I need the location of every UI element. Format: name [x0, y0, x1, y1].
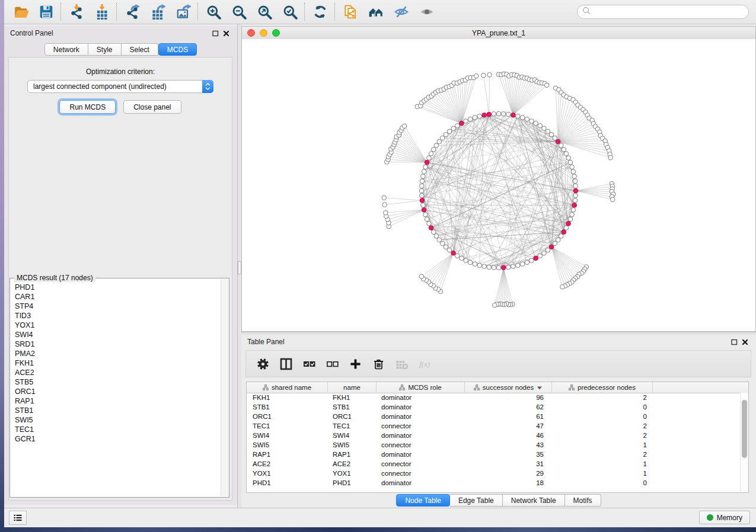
graph-node[interactable] [460, 121, 464, 126]
graph-node[interactable] [556, 238, 560, 242]
graph-node[interactable] [573, 179, 578, 184]
graph-node[interactable] [493, 303, 497, 307]
graph-node[interactable] [434, 143, 439, 148]
tab-network-table[interactable]: Network Table [503, 494, 565, 507]
graph-node[interactable] [440, 241, 445, 246]
graph-node[interactable] [455, 254, 460, 258]
tab-edge-table[interactable]: Edge Table [450, 494, 503, 507]
graph-node[interactable] [468, 260, 473, 265]
graph-node[interactable] [546, 129, 550, 134]
mcds-result-list[interactable]: PHD1CAR1STP4TID3YOX1SWI4SRD1PMA2FKH1ACE2… [11, 279, 221, 496]
table-cell[interactable]: dominator [377, 413, 465, 420]
table-cell[interactable]: 43 [465, 441, 552, 448]
zoom-window-icon[interactable] [272, 29, 280, 37]
columns-button[interactable] [276, 354, 295, 374]
table-cell[interactable]: connector [377, 460, 465, 467]
graph-node[interactable] [487, 73, 492, 78]
table-cell[interactable]: connector [377, 441, 465, 448]
graph-node[interactable] [419, 274, 424, 279]
close-panel-button[interactable]: Close panel [123, 100, 181, 114]
graph-node[interactable] [431, 230, 436, 235]
table-cell[interactable]: 2 [552, 422, 653, 430]
graph-node[interactable] [529, 258, 534, 263]
mcds-result-item[interactable]: TEC1 [15, 425, 221, 434]
tab-node-table[interactable]: Node Table [396, 494, 450, 507]
graph-node[interactable] [402, 124, 407, 129]
graph-node[interactable] [422, 208, 426, 213]
table-cell[interactable]: SWI5 [247, 441, 328, 448]
graph-node[interactable] [608, 155, 613, 160]
graph-node[interactable] [451, 251, 456, 255]
task-history-button[interactable] [9, 511, 27, 525]
graph-node[interactable] [423, 212, 428, 217]
table-cell[interactable]: 0 [552, 413, 653, 420]
graph-node[interactable] [511, 113, 516, 118]
table-row-ORC1[interactable]: ORC1ORC1dominator610 [247, 412, 741, 421]
table-cell[interactable]: STB1 [247, 403, 328, 411]
import-network-button[interactable] [63, 2, 89, 21]
table-cell[interactable]: dominator [377, 451, 465, 458]
sort-down-icon[interactable] [537, 385, 543, 390]
table-cell[interactable]: RAP1 [328, 451, 377, 458]
mcds-result-item[interactable]: PHD1 [15, 283, 221, 292]
graph-node[interactable] [556, 139, 560, 144]
graph-node[interactable] [473, 116, 477, 120]
table-row-ACE2[interactable]: ACE2ACE2connector311 [247, 459, 741, 469]
graph-node[interactable] [525, 260, 529, 265]
table-cell[interactable]: PHD1 [247, 479, 328, 486]
tab-style[interactable]: Style [88, 43, 122, 56]
graph-node[interactable] [501, 265, 506, 270]
mcds-result-item[interactable]: GCR1 [15, 434, 221, 444]
graph-node[interactable] [549, 245, 554, 249]
table-cell[interactable]: dominator [377, 432, 465, 439]
save-session-button[interactable] [33, 2, 59, 21]
graph-node[interactable] [511, 264, 516, 269]
network-graph[interactable] [242, 39, 755, 331]
table-cell[interactable]: 47 [465, 422, 552, 430]
table-cell[interactable]: SWI5 [328, 441, 377, 448]
graph-node[interactable] [464, 258, 468, 263]
tab-motifs[interactable]: Motifs [565, 494, 601, 507]
graph-node[interactable] [520, 116, 525, 120]
gear-button[interactable] [253, 354, 272, 374]
search-input[interactable] [591, 8, 748, 16]
graph-node[interactable] [427, 222, 432, 226]
first-neighbors-button[interactable] [363, 2, 388, 21]
graph-node[interactable] [431, 148, 436, 152]
mcds-result-item[interactable]: ORC1 [15, 387, 221, 396]
graph-node[interactable] [544, 83, 549, 88]
column-header-shared-name[interactable]: shared name [247, 382, 328, 393]
mcds-result-item[interactable]: STB5 [15, 377, 221, 387]
column-header-MCDS-role[interactable]: MCDS role [377, 382, 465, 393]
table-cell[interactable]: ACE2 [247, 460, 328, 467]
run-mcds-button[interactable]: Run MCDS [59, 100, 116, 114]
table-cell[interactable]: connector [377, 470, 465, 477]
graph-node[interactable] [460, 256, 464, 261]
graph-node[interactable] [437, 139, 442, 144]
table-cell[interactable]: dominator [377, 403, 465, 411]
close-panel-icon[interactable] [221, 28, 231, 38]
graph-node[interactable] [572, 174, 577, 179]
table-cell[interactable]: 96 [465, 394, 552, 401]
tab-mcds[interactable]: MCDS [158, 43, 197, 56]
graph-node[interactable] [468, 117, 473, 121]
graph-node[interactable] [516, 263, 521, 268]
graph-node[interactable] [474, 73, 479, 78]
graph-node[interactable] [464, 119, 468, 124]
table-cell[interactable]: 1 [552, 460, 653, 467]
export-table-button[interactable] [145, 2, 170, 21]
table-cell[interactable]: FKH1 [328, 394, 377, 401]
graph-node[interactable] [501, 112, 506, 117]
table-row-PHD1[interactable]: PHD1PHD1dominator180 [247, 478, 741, 488]
graph-node[interactable] [534, 256, 538, 261]
table-cell[interactable]: 35 [465, 451, 552, 458]
table-cell[interactable]: 46 [465, 432, 552, 439]
graph-node[interactable] [481, 73, 486, 78]
table-cell[interactable]: 2 [552, 432, 653, 439]
float-panel-icon[interactable] [210, 28, 221, 38]
graph-node[interactable] [529, 119, 534, 124]
column-header-successor-nodes[interactable]: successor nodes [465, 382, 552, 393]
duplicate-network-button[interactable] [337, 2, 363, 21]
graph-node[interactable] [425, 160, 429, 165]
table-cell[interactable]: YOX1 [247, 470, 328, 477]
